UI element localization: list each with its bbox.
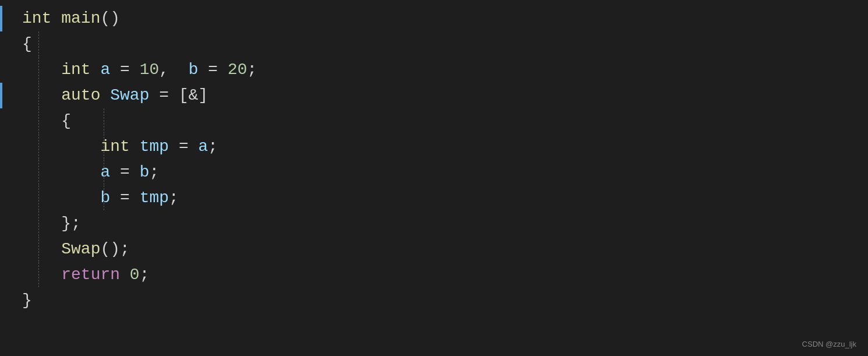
code-line: a = b; [0, 160, 868, 185]
code-line: int tmp = a; [0, 134, 868, 160]
indent-guide [38, 211, 39, 236]
code-token: 0 [130, 262, 140, 287]
code-token: int [61, 57, 90, 82]
code-token: = [110, 185, 139, 210]
indent-guide [104, 160, 104, 185]
code-token: { [61, 108, 71, 133]
line-marker [0, 6, 2, 31]
code-line: { [0, 31, 868, 57]
code-token: 20 [228, 57, 247, 82]
code-token: ; [140, 262, 150, 287]
code-block: int main(){ int a = 10, b = 20; auto Swa… [0, 0, 868, 319]
indent-guide [38, 262, 39, 287]
code-token: ; [247, 57, 257, 82]
code-line: { [0, 108, 868, 134]
code-token: a [100, 160, 110, 185]
code-token: () [100, 6, 120, 31]
code-token: int [100, 134, 129, 159]
code-token: ; [169, 185, 179, 210]
code-token: }; [61, 211, 81, 236]
code-token: return [61, 262, 120, 287]
code-token: 10 [140, 57, 160, 82]
code-token: ; [149, 160, 159, 185]
indent-guide [104, 134, 104, 159]
indent-guide [104, 108, 104, 133]
code-token: (); [100, 237, 129, 262]
code-token: } [22, 288, 32, 313]
code-token: a [100, 57, 110, 82]
code-line: Swap(); [0, 237, 868, 262]
indent-space [22, 237, 61, 262]
indent-guide [38, 134, 39, 159]
code-token: b [189, 57, 199, 82]
indent-space [22, 134, 100, 159]
code-token: Swap [110, 83, 149, 108]
indent-space [22, 108, 61, 133]
watermark-text: CSDN @zzu_ljk [802, 339, 856, 350]
code-line: }; [0, 211, 868, 237]
code-token: tmp [140, 134, 169, 159]
indent-guide [38, 83, 39, 108]
code-token [51, 6, 61, 31]
code-token: , [159, 57, 188, 82]
indent-guide [38, 108, 39, 133]
code-token: = [169, 134, 198, 159]
code-token: int [22, 6, 51, 31]
indent-guide [104, 185, 104, 210]
indent-space [22, 83, 61, 108]
code-token: = [199, 57, 228, 82]
code-line: return 0; [0, 262, 868, 288]
code-token: ; [208, 134, 218, 159]
line-marker [0, 83, 2, 108]
indent-space [22, 262, 61, 287]
code-line: int a = 10, b = 20; [0, 57, 868, 83]
code-line: int main() [0, 6, 868, 31]
code-token: a [199, 134, 208, 159]
code-token: auto [61, 83, 100, 108]
code-line: b = tmp; [0, 185, 868, 211]
code-line: } [0, 288, 868, 313]
code-token [91, 57, 101, 82]
indent-space [22, 57, 61, 82]
indent-guide [38, 31, 39, 57]
code-token: Swap [61, 237, 100, 262]
indent-guide [38, 160, 39, 185]
code-token: b [100, 185, 110, 210]
code-token: tmp [140, 185, 169, 210]
indent-guide [38, 185, 39, 210]
code-token: main [61, 6, 100, 31]
code-token [120, 262, 130, 287]
indent-space [22, 160, 100, 185]
indent-space [22, 185, 100, 210]
code-token: b [140, 160, 150, 185]
code-token: = [&] [149, 83, 208, 108]
indent-guide [38, 57, 39, 82]
code-token: = [110, 160, 139, 185]
code-token: { [22, 31, 32, 57]
code-token: = [110, 57, 139, 82]
code-token [100, 83, 110, 108]
code-token [130, 134, 140, 159]
indent-guide [38, 237, 39, 262]
code-line: auto Swap = [&] [0, 83, 868, 108]
indent-space [22, 211, 61, 236]
